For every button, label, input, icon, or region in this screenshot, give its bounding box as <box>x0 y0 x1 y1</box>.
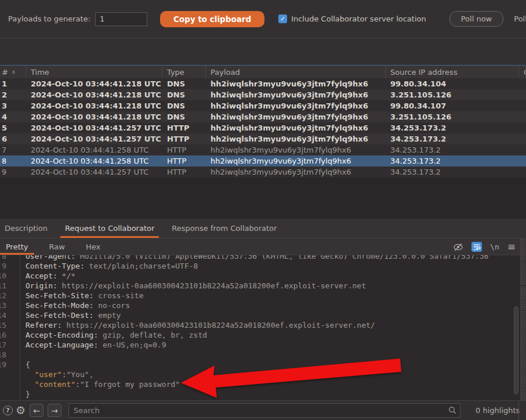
cell-time: 2024-Oct-10 03:44:41.218 UTC <box>26 102 162 110</box>
statusbar-divider <box>518 401 519 420</box>
cell-type: DNS <box>162 79 206 88</box>
cell-payload: hh2iwqlshr3myu9vu6y3jtm7fylq9hx6 <box>206 124 386 132</box>
message-editor-toolbar: PrettyRawHex \n ≡ <box>0 238 526 255</box>
include-location-checkbox[interactable]: ✓ <box>278 15 287 23</box>
payloads-count-input[interactable] <box>95 12 147 26</box>
cell-payload: hh2iwqlshr3myu9vu6y3jtm7fylq9hx6 <box>206 79 386 88</box>
newline-icon[interactable]: \n <box>490 242 499 251</box>
cell-time: 2024-Oct-10 03:44:41.257 UTC <box>26 135 162 143</box>
table-body: 12024-Oct-10 03:44:41.218 UTCDNShh2iwqls… <box>0 78 526 178</box>
code-line: 9Content-Type: text/plain;charset=UTF-8 <box>0 261 520 271</box>
code-line: } <box>0 389 520 399</box>
line-number: 18 <box>0 350 6 360</box>
line-number: 11 <box>0 281 6 291</box>
highlights-count: 0 highlights <box>476 406 520 415</box>
line-number: 9 <box>0 261 6 271</box>
search-prev-button[interactable]: ← <box>30 404 43 417</box>
cell-payload: hh2iwqlshr3myu9vu6y3jtm7fylq9hx6 <box>206 113 386 121</box>
table-row[interactable]: 62024-Oct-10 03:44:41.257 UTCHTTPhh2iwql… <box>0 133 526 144</box>
detail-tabs-bar: DescriptionRequest to CollaboratorRespon… <box>0 218 526 238</box>
column-header-time[interactable]: Time <box>26 66 162 78</box>
code-line: 13Sec-Fetch-Mode: no-cors <box>0 300 520 310</box>
cell-num: 7 <box>0 146 26 154</box>
view-tabs: PrettyRawHex <box>0 238 115 255</box>
line-number <box>0 379 6 389</box>
tab-description[interactable]: Description <box>0 219 52 238</box>
line-number <box>0 389 6 399</box>
cell-ip: 34.253.173.2 <box>386 135 519 143</box>
search-next-button[interactable]: → <box>48 404 61 417</box>
table-row[interactable]: 52024-Oct-10 03:44:41.257 UTCHTTPhh2iwql… <box>0 122 526 133</box>
column-header-c[interactable]: C <box>519 66 526 78</box>
cell-ip: 99.80.34.107 <box>386 102 519 110</box>
cell-ip: 34.253.173.2 <box>386 168 519 176</box>
code-line: 16Accept-Encoding: gzip, deflate, br, zs… <box>0 330 520 340</box>
help-icon[interactable]: ? <box>3 405 13 415</box>
line-number: 10 <box>0 271 6 281</box>
code-line: 19{ <box>0 360 520 370</box>
line-number: 8 <box>0 255 6 261</box>
view-tab-pretty[interactable]: Pretty <box>0 238 34 255</box>
table-row[interactable]: 12024-Oct-10 03:44:41.218 UTCDNShh2iwqls… <box>0 78 526 89</box>
cell-num: 8 <box>0 157 26 165</box>
line-number: 19 <box>0 360 6 370</box>
tab-response-from-collaborator[interactable]: Response from Collaborator <box>167 219 281 238</box>
interactions-table: #∧TimeTypePayloadSource IP addressC 1202… <box>0 65 526 218</box>
cell-ip: 34.253.173.2 <box>386 157 519 165</box>
cell-payload: hh2iwqlshr3myu9vu6y3jtm7fylq9hx6 <box>206 168 386 176</box>
view-tab-raw[interactable]: Raw <box>43 238 71 255</box>
column-header-type[interactable]: Type <box>162 66 206 78</box>
hide-nonprintable-icon[interactable] <box>453 242 463 252</box>
poll-now-button[interactable]: Poll now <box>449 11 504 27</box>
cell-time: 2024-Oct-10 03:44:41.257 UTC <box>26 124 162 132</box>
line-number: 14 <box>0 310 6 320</box>
column-header-payload[interactable]: Payload <box>206 66 386 78</box>
cell-num: 9 <box>0 168 26 176</box>
request-content: 8User-Agent: Mozilla/5.0 (Victim) AppleW… <box>0 255 520 399</box>
line-number: 12 <box>0 291 6 300</box>
column-header--[interactable]: #∧ <box>0 66 26 78</box>
cell-type: HTTP <box>162 124 206 132</box>
code-line: 15Referer: https://exploit-0aa6003004231… <box>0 320 520 330</box>
cell-ip: 3.251.105.126 <box>386 90 519 99</box>
polling-status-text: Polling au <box>514 15 526 23</box>
table-row[interactable]: 82024-Oct-10 03:44:41.258 UTCHTTPhh2iwql… <box>0 155 526 166</box>
cell-num: 4 <box>0 113 26 121</box>
include-location-label: Include Collaborator server location <box>291 15 426 23</box>
search-icon[interactable] <box>448 405 457 417</box>
code-line: 12Sec-Fetch-Site: cross-site <box>0 291 520 300</box>
menu-icon[interactable]: ≡ <box>507 242 516 252</box>
line-number: 17 <box>0 340 6 350</box>
table-row[interactable]: 72024-Oct-10 03:44:41.258 UTCHTTPhh2iwql… <box>0 144 526 155</box>
line-number <box>0 370 6 379</box>
cell-ip: 34.253.173.2 <box>386 124 519 132</box>
table-row[interactable]: 42024-Oct-10 03:44:41.218 UTCDNShh2iwqls… <box>0 111 526 122</box>
column-header-source-ip-address[interactable]: Source IP address <box>386 66 519 78</box>
cell-time: 2024-Oct-10 03:44:41.257 UTC <box>26 168 162 176</box>
code-line: 8User-Agent: Mozilla/5.0 (Victim) AppleW… <box>0 255 520 261</box>
cell-num: 1 <box>0 79 26 88</box>
code-line: 11Origin: https://exploit-0aa60030042310… <box>0 281 520 291</box>
search-status-bar: ? ⚙ ← → 0 highlights <box>0 400 526 420</box>
cell-time: 2024-Oct-10 03:44:41.218 UTC <box>26 79 162 88</box>
search-input[interactable] <box>68 403 460 418</box>
gutter-separator <box>20 255 20 400</box>
table-row[interactable]: 22024-Oct-10 03:44:41.218 UTCDNShh2iwqls… <box>0 89 526 100</box>
request-editor[interactable]: 8User-Agent: Mozilla/5.0 (Victim) AppleW… <box>0 255 520 400</box>
table-row[interactable]: 32024-Oct-10 03:44:41.218 UTCDNShh2iwqls… <box>0 100 526 111</box>
cell-type: HTTP <box>162 168 206 176</box>
editor-scrollbar-thumb[interactable] <box>514 306 518 394</box>
line-number: 16 <box>0 330 6 340</box>
code-line: 14Sec-Fetch-Dest: empty <box>0 310 520 320</box>
table-row[interactable]: 92024-Oct-10 03:44:41.257 UTCHTTPhh2iwql… <box>0 166 526 178</box>
copy-to-clipboard-button[interactable]: Copy to clipboard <box>160 11 264 27</box>
soft-wrap-icon[interactable] <box>471 242 482 252</box>
gear-icon[interactable]: ⚙ <box>16 405 26 416</box>
view-tab-hex[interactable]: Hex <box>80 238 106 255</box>
cell-payload: hh2iwqlshr3myu9vu6y3jtm7fylq9hx6 <box>206 102 386 110</box>
line-number: 15 <box>0 320 6 330</box>
line-number: 13 <box>0 300 6 310</box>
tab-request-to-collaborator[interactable]: Request to Collaborator <box>60 219 159 238</box>
cell-time: 2024-Oct-10 03:44:41.218 UTC <box>26 113 162 121</box>
cell-payload: hh2iwqlshr3myu9vu6y3jtm7fylq9hx6 <box>206 157 386 165</box>
